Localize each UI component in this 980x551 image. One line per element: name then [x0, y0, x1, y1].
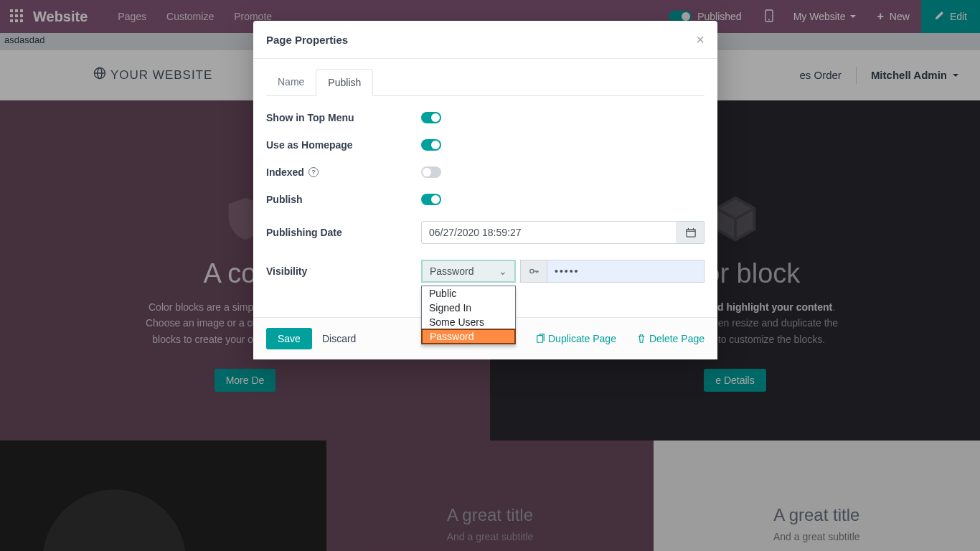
- toggle-publish[interactable]: [421, 194, 441, 205]
- toggle-indexed[interactable]: [421, 166, 441, 178]
- discard-button[interactable]: Discard: [322, 333, 356, 344]
- dialog-title: Page Properties: [266, 34, 348, 46]
- tab-publish[interactable]: Publish: [316, 69, 373, 96]
- toggle-homepage[interactable]: [421, 139, 441, 151]
- label-publishing-date: Publishing Date: [266, 227, 421, 238]
- visibility-value: Password: [430, 265, 473, 277]
- help-icon[interactable]: ?: [308, 167, 319, 177]
- duplicate-page-link[interactable]: Duplicate Page: [535, 333, 616, 344]
- chevron-down-icon: ⌄: [499, 265, 507, 277]
- visibility-dropdown: Public Signed In Some Users Password: [421, 286, 516, 344]
- option-some-users[interactable]: Some Users: [422, 315, 515, 329]
- option-signed-in[interactable]: Signed In: [422, 301, 515, 315]
- label-indexed: Indexed?: [266, 166, 421, 178]
- visibility-select[interactable]: Password ⌄: [421, 260, 516, 283]
- publishing-date-input[interactable]: [421, 221, 677, 244]
- toggle-top-menu[interactable]: [421, 112, 441, 123]
- key-icon: [520, 260, 547, 283]
- delete-page-link[interactable]: Delete Page: [636, 333, 705, 344]
- option-public[interactable]: Public: [422, 286, 515, 301]
- label-homepage: Use as Homepage: [266, 139, 421, 151]
- label-visibility: Visibility: [266, 265, 421, 277]
- dialog-tabs: Name Publish: [266, 69, 705, 96]
- svg-point-18: [530, 269, 534, 273]
- calendar-icon[interactable]: [677, 221, 705, 244]
- close-icon[interactable]: ×: [696, 32, 705, 47]
- svg-rect-14: [686, 230, 694, 237]
- label-publish: Publish: [266, 194, 421, 205]
- password-input[interactable]: [547, 260, 705, 283]
- option-password[interactable]: Password: [421, 329, 516, 344]
- tab-name[interactable]: Name: [266, 69, 316, 95]
- save-button[interactable]: Save: [266, 328, 312, 349]
- label-top-menu: Show in Top Menu: [266, 112, 421, 123]
- svg-rect-22: [537, 336, 543, 343]
- page-properties-dialog: Page Properties × Name Publish Show in T…: [253, 21, 717, 359]
